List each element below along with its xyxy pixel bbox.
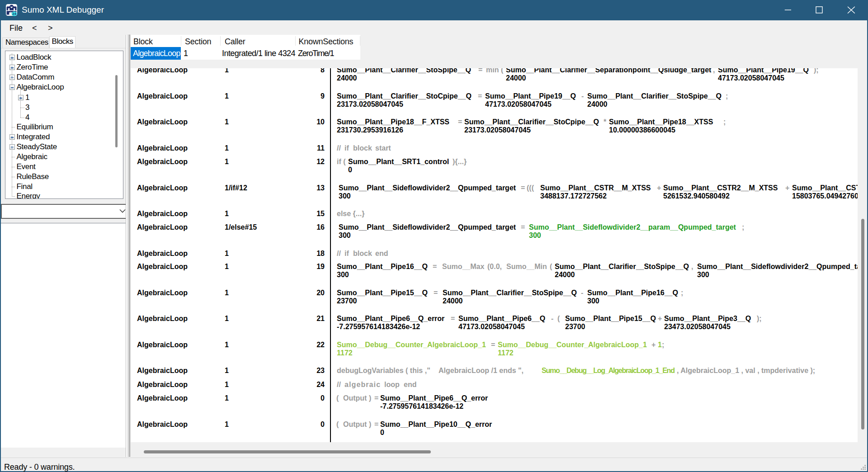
svg-text:24: 24 [12,12,16,16]
